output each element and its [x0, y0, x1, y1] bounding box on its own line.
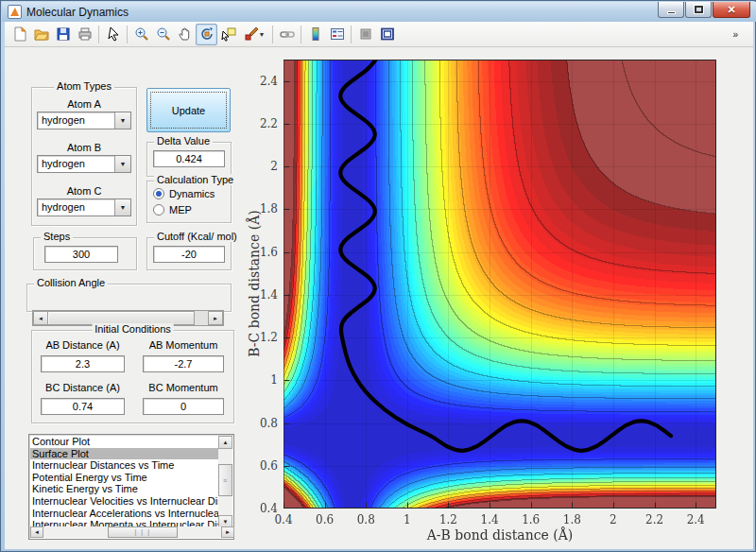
- zoom-out-button[interactable]: [152, 24, 174, 45]
- slider-track[interactable]: [195, 311, 208, 325]
- atom-c-combo[interactable]: hydrogen ▼: [37, 198, 131, 216]
- link-plot-button[interactable]: [276, 24, 298, 45]
- dropdown-arrow-icon[interactable]: ▼: [114, 199, 130, 216]
- mep-radio[interactable]: [153, 204, 164, 216]
- atom-b-combo[interactable]: hydrogen ▼: [37, 155, 131, 173]
- update-button[interactable]: Update: [146, 88, 231, 132]
- figure-content: ▼ » Atom Types: [5, 22, 753, 549]
- x-tick-label: 2.2: [641, 513, 669, 526]
- bc-momentum-field[interactable]: 0: [143, 398, 224, 415]
- steps-field[interactable]: 300: [44, 246, 118, 263]
- figure-area: Atom Types Atom A hydrogen ▼ Atom B hydr…: [5, 47, 753, 549]
- list-item[interactable]: Internuclear Accelerations vs Internucle…: [30, 508, 220, 520]
- x-tick-label: 2.4: [681, 513, 710, 526]
- x-tick-label: 1.8: [558, 513, 586, 526]
- list-item[interactable]: Potential Energy vs Time: [30, 472, 220, 484]
- list-item[interactable]: Contour Plot: [30, 436, 220, 448]
- delta-value-field[interactable]: 0.424: [153, 150, 225, 167]
- arrow-cursor-icon: [106, 26, 121, 42]
- calculation-type-title: Calculation Type: [154, 174, 236, 185]
- collision-angle-group: Collision Angle: [26, 284, 232, 312]
- window-title: Molecular Dynamics: [26, 6, 129, 19]
- ab-momentum-label: AB Momentum: [143, 339, 224, 351]
- cutoff-title: Cutoff (Kcal/ mol): [154, 231, 240, 242]
- mep-radio-row[interactable]: MEP: [153, 204, 192, 216]
- save-figure-button[interactable]: [52, 24, 74, 45]
- maximize-icon: [695, 6, 703, 13]
- print-figure-button[interactable]: [74, 24, 95, 45]
- maximize-button[interactable]: [685, 2, 712, 18]
- potential-energy-surface-plot[interactable]: [284, 60, 716, 509]
- list-item[interactable]: Kinetic Energy vs Time: [30, 483, 220, 495]
- bc-distance-field[interactable]: 0.74: [41, 398, 125, 415]
- hide-plot-tools-icon: [358, 26, 373, 42]
- atom-a-combo[interactable]: hydrogen ▼: [37, 112, 131, 129]
- calculation-type-group: Calculation Type: [146, 181, 232, 223]
- hand-icon: [178, 26, 193, 42]
- y-tick-label: 0.6: [248, 459, 278, 473]
- x-tick-label: 1.2: [434, 513, 462, 526]
- legend-icon: [330, 26, 345, 42]
- pan-button[interactable]: [174, 24, 196, 45]
- x-tick-label: 2: [599, 513, 627, 526]
- scroll-right-icon[interactable]: ►: [221, 526, 234, 538]
- colorbar-icon: [308, 26, 323, 42]
- scroll-left-icon[interactable]: ◄: [30, 526, 43, 538]
- slider-right-arrow[interactable]: ►: [208, 311, 223, 325]
- list-item[interactable]: Surface Plot: [30, 448, 220, 460]
- minimize-button[interactable]: [658, 2, 684, 18]
- edit-plot-button[interactable]: [102, 24, 124, 45]
- steps-title: Steps: [41, 231, 73, 242]
- close-button[interactable]: ✕: [713, 2, 750, 18]
- collision-angle-title: Collision Angle: [34, 277, 108, 288]
- plot-type-listbox[interactable]: Contour PlotSurface PlotInternuclear Dis…: [28, 434, 234, 540]
- hide-plot-tools-button[interactable]: [354, 24, 376, 45]
- open-file-button[interactable]: [30, 24, 52, 45]
- toolbar-separator: [127, 26, 128, 43]
- title-bar[interactable]: Molecular Dynamics ✕: [2, 2, 756, 22]
- data-cursor-icon: [221, 26, 236, 42]
- figure-toolbar: ▼ »: [5, 22, 753, 47]
- zoom-in-button[interactable]: [130, 24, 152, 45]
- initial-conditions-title: Initial Conditions: [92, 323, 174, 335]
- x-tick-label: 0.6: [311, 513, 339, 526]
- zoom-in-icon: [134, 26, 149, 42]
- horizontal-scroll-thumb[interactable]: ❘❘❘: [108, 526, 178, 538]
- slider-left-arrow[interactable]: ◄: [33, 311, 48, 325]
- new-document-icon: [12, 26, 27, 42]
- dynamics-radio-row[interactable]: Dynamics: [153, 188, 215, 199]
- scroll-up-icon[interactable]: ▲: [218, 436, 232, 449]
- listbox-horizontal-scrollbar[interactable]: ◄ ❘❘❘ ►: [30, 526, 234, 538]
- listbox-vertical-scrollbar[interactable]: ▲ ≡ ▼: [218, 436, 232, 528]
- list-item[interactable]: Internuclear Velocities vs Internuclear …: [30, 495, 220, 508]
- toolbar-overflow-icon[interactable]: »: [732, 29, 738, 40]
- list-item[interactable]: Internuclear Distances vs Time: [30, 459, 220, 472]
- minimize-icon: [667, 11, 676, 14]
- dock-figure-icon: [380, 26, 395, 42]
- delta-value-title: Delta Value: [154, 135, 213, 147]
- y-tick-label: 2.4: [248, 75, 278, 88]
- dropdown-arrow-icon[interactable]: ▼: [114, 156, 130, 172]
- new-figure-button[interactable]: [9, 24, 30, 45]
- atom-b-label: Atom B: [31, 142, 137, 153]
- insert-legend-button[interactable]: [326, 24, 348, 45]
- y-tick-label: 0.8: [248, 417, 278, 430]
- data-cursor-button[interactable]: [217, 24, 239, 45]
- dynamics-radio-label: Dynamics: [169, 188, 215, 199]
- chain-link-icon: [280, 26, 295, 42]
- matlab-app-icon: [8, 5, 22, 19]
- toolbar-separator: [98, 26, 99, 43]
- ab-distance-field[interactable]: 2.3: [41, 355, 125, 372]
- ab-momentum-field[interactable]: -2.7: [143, 355, 224, 372]
- show-plot-tools-dock-button[interactable]: [376, 24, 398, 45]
- brush-dropdown-caret[interactable]: ▼: [258, 31, 266, 38]
- insert-colorbar-button[interactable]: [304, 24, 326, 45]
- dynamics-radio[interactable]: [153, 188, 164, 199]
- vertical-scroll-thumb[interactable]: ≡: [218, 464, 232, 496]
- rotate-3d-button[interactable]: [196, 24, 217, 45]
- y-axis-label: B-C bond distance (Å): [247, 189, 262, 378]
- cutoff-field[interactable]: -20: [153, 246, 225, 263]
- dropdown-arrow-icon[interactable]: ▼: [114, 112, 130, 129]
- brush-data-button[interactable]: ▼: [239, 24, 269, 45]
- x-tick-label: 1: [393, 513, 421, 526]
